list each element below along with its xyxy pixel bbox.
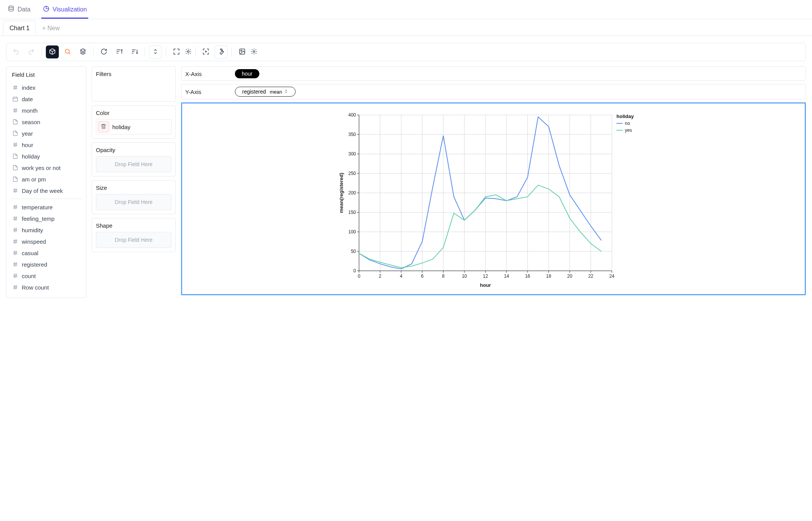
shape-block[interactable]: Shape Drop Field Here bbox=[92, 218, 176, 252]
new-chart-button[interactable]: + New bbox=[39, 21, 63, 36]
hash-icon bbox=[12, 141, 19, 148]
layers-button[interactable] bbox=[76, 45, 89, 58]
refresh-icon bbox=[100, 48, 107, 56]
field-item[interactable]: year bbox=[10, 128, 82, 139]
shape-dropzone[interactable]: Drop Field Here bbox=[96, 232, 171, 248]
opacity-block[interactable]: Opacity Drop Field Here bbox=[92, 142, 176, 176]
field-label: season bbox=[22, 119, 40, 125]
y-axis-label: Y-Axis bbox=[185, 89, 227, 95]
size-dropzone[interactable]: Drop Field Here bbox=[96, 194, 171, 210]
remove-color-button[interactable] bbox=[98, 121, 109, 133]
field-item[interactable]: Day of the week bbox=[10, 185, 82, 196]
field-item[interactable]: hour bbox=[10, 139, 82, 150]
svg-text:24: 24 bbox=[609, 273, 615, 279]
filters-block[interactable]: Filters bbox=[92, 66, 176, 102]
redo-button[interactable] bbox=[25, 45, 38, 58]
svg-text:hour: hour bbox=[480, 282, 491, 288]
hash-icon bbox=[12, 261, 19, 268]
toolbar-separator bbox=[42, 47, 42, 57]
field-item[interactable]: feeling_temp bbox=[10, 213, 82, 224]
field-item[interactable]: am or pm bbox=[10, 173, 82, 185]
tab-visualization-label: Visualization bbox=[53, 6, 87, 13]
svg-text:mean(registered): mean(registered) bbox=[338, 173, 344, 213]
field-item[interactable]: registered bbox=[10, 259, 82, 270]
size-block[interactable]: Size Drop Field Here bbox=[92, 180, 176, 214]
opacity-dropzone[interactable]: Drop Field Here bbox=[96, 156, 171, 172]
svg-text:18: 18 bbox=[546, 273, 552, 279]
y-axis-agg[interactable]: mean bbox=[270, 89, 288, 95]
x-axis-row[interactable]: X-Axis hour bbox=[181, 66, 806, 81]
field-label: am or pm bbox=[22, 176, 46, 183]
calendar-icon bbox=[12, 95, 19, 102]
hash-icon bbox=[12, 215, 19, 222]
field-list-panel: Field List indexdatemonthseasonyearhourh… bbox=[6, 66, 86, 298]
image-settings-button[interactable] bbox=[251, 45, 257, 58]
gear-small-icon bbox=[251, 48, 257, 56]
chart-pie-icon bbox=[43, 5, 50, 14]
color-chip-label: holiday bbox=[112, 124, 131, 130]
y-axis-pill-text: registered bbox=[242, 89, 266, 95]
field-item[interactable]: month bbox=[10, 105, 82, 116]
field-item[interactable]: work yes or not bbox=[10, 162, 82, 173]
svg-text:50: 50 bbox=[351, 249, 356, 254]
sort-asc-icon bbox=[116, 48, 123, 56]
color-chip[interactable]: holiday bbox=[96, 119, 171, 134]
y-axis-pill[interactable]: registered mean bbox=[235, 87, 296, 97]
chevrons-vertical-icon bbox=[152, 48, 159, 56]
svg-text:holiday: holiday bbox=[616, 113, 634, 119]
field-item[interactable]: count bbox=[10, 270, 82, 282]
x-axis-pill-text: hour bbox=[242, 71, 252, 77]
svg-text:no: no bbox=[625, 121, 630, 126]
svg-text:14: 14 bbox=[504, 273, 509, 279]
chart-frame[interactable]: 0501001502002503003504000246810121416182… bbox=[181, 102, 806, 295]
chart-tab-1[interactable]: Chart 1 bbox=[3, 21, 36, 36]
fullscreen-settings-button[interactable] bbox=[185, 45, 191, 58]
y-axis-row[interactable]: Y-Axis registered mean bbox=[181, 84, 806, 99]
field-item[interactable]: date bbox=[10, 93, 82, 105]
field-label: feeling_temp bbox=[22, 215, 55, 222]
x-axis-pill[interactable]: hour bbox=[235, 69, 259, 78]
cube-button[interactable] bbox=[46, 45, 59, 58]
field-label: humidity bbox=[22, 227, 43, 233]
refresh-button[interactable] bbox=[97, 45, 110, 58]
svg-text:2: 2 bbox=[379, 273, 382, 279]
chart-svg: 0501001502002503003504000246810121416182… bbox=[186, 110, 801, 289]
tab-data[interactable]: Data bbox=[6, 2, 32, 19]
image-button[interactable] bbox=[236, 45, 249, 58]
search-button[interactable] bbox=[61, 45, 74, 58]
hash-icon bbox=[12, 284, 19, 291]
sort-desc-button[interactable] bbox=[128, 45, 141, 58]
focus-icon bbox=[202, 48, 209, 56]
wrench-icon bbox=[218, 48, 225, 56]
field-item[interactable]: index bbox=[10, 82, 82, 93]
file-icon bbox=[12, 164, 19, 171]
toolbar-separator bbox=[166, 47, 166, 57]
field-item[interactable]: winspeed bbox=[10, 236, 82, 247]
field-item[interactable]: Row count bbox=[10, 282, 82, 293]
gear-small-icon bbox=[185, 48, 192, 56]
undo-button[interactable] bbox=[10, 45, 23, 58]
fullscreen-button[interactable] bbox=[170, 45, 183, 58]
field-item[interactable]: season bbox=[10, 116, 82, 128]
wrench-button[interactable] bbox=[215, 45, 228, 58]
field-item[interactable]: temperature bbox=[10, 201, 82, 213]
focus-button[interactable] bbox=[199, 45, 212, 58]
expand-vert-button[interactable] bbox=[149, 45, 162, 58]
svg-text:250: 250 bbox=[348, 171, 356, 176]
file-icon bbox=[12, 118, 19, 125]
field-item[interactable]: humidity bbox=[10, 224, 82, 236]
hash-icon bbox=[12, 238, 19, 245]
toolbar-separator bbox=[195, 47, 196, 57]
field-label: date bbox=[22, 96, 33, 102]
color-block[interactable]: Color holiday bbox=[92, 105, 176, 139]
chart-tab-bar: Chart 1 + New bbox=[0, 19, 812, 36]
sort-asc-button[interactable] bbox=[113, 45, 126, 58]
tab-visualization[interactable]: Visualization bbox=[41, 2, 89, 19]
svg-text:yes: yes bbox=[625, 128, 632, 133]
toolbar-separator bbox=[145, 47, 145, 57]
file-icon bbox=[12, 176, 19, 183]
field-item[interactable]: casual bbox=[10, 247, 82, 259]
field-item[interactable]: holiday bbox=[10, 150, 82, 162]
hash-icon bbox=[12, 187, 19, 194]
x-axis-label: X-Axis bbox=[185, 71, 227, 77]
